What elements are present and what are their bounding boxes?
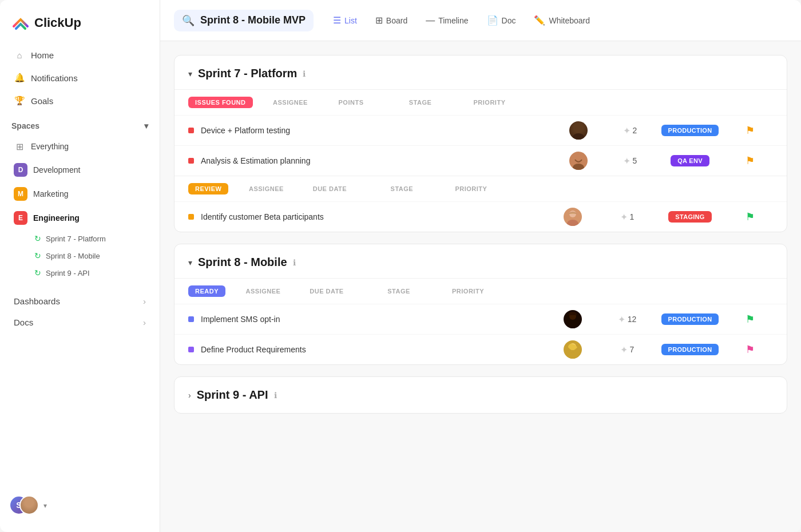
duedate-value2: 12	[628, 315, 637, 324]
sprint9-icon: ↻	[34, 268, 41, 277]
board-icon: ⊞	[375, 15, 383, 26]
task-priority: ⚑	[727, 313, 773, 325]
sprint7-icon: ↻	[34, 234, 41, 243]
chevron-right-icon: ›	[143, 296, 146, 306]
task-points: ✦ 5	[607, 156, 653, 166]
avatar	[569, 152, 588, 170]
sprint8-collapse-button[interactable]: ▾	[188, 258, 192, 267]
table-row[interactable]: Device + Platform testing ✦ 2 PRODUCTION	[175, 115, 787, 145]
stage-badge: PRODUCTION	[661, 313, 719, 325]
avatar	[569, 121, 588, 140]
sprint7-header: ▾ Sprint 7 - Platform ℹ	[175, 55, 787, 89]
tab-doc[interactable]: 📄 Doc	[479, 10, 524, 30]
stage-badge: PRODUCTION	[661, 125, 719, 136]
chevron-down-icon: ▾	[144, 121, 148, 130]
sidebar-item-notifications[interactable]: 🔔 Notifications	[7, 66, 153, 89]
table-row[interactable]: Analysis & Estimation planning ✦ 5 QA EN…	[175, 145, 787, 176]
task-stage: PRODUCTION	[653, 313, 727, 325]
bell-icon: 🔔	[14, 72, 25, 84]
col-stage-header: STAGE	[383, 99, 458, 106]
svg-point-7	[567, 322, 578, 328]
points-value: 2	[633, 126, 637, 135]
everything-icon: ⊞	[14, 141, 25, 152]
tab-list[interactable]: ☰ List	[325, 10, 365, 30]
topbar: 🔍 Sprint 8 - Mobile MVP ☰ List ⊞ Board —…	[160, 0, 801, 41]
sidebar-sprint8[interactable]: ↻ Sprint 8 - Mobile	[7, 248, 153, 264]
col-duedate-header: DUE DATE	[304, 185, 355, 192]
avatar	[564, 208, 582, 226]
sprint9-expand-button[interactable]: ›	[188, 391, 191, 400]
sidebar-sprint7[interactable]: ↻ Sprint 7 - Platform	[7, 231, 153, 247]
user-avatars: S	[9, 495, 39, 516]
sidebar-item-docs[interactable]: Docs ›	[7, 312, 153, 333]
duedate-value: 1	[630, 212, 635, 221]
col-priority-header2: PRIORITY	[448, 185, 494, 192]
task-dot	[188, 158, 194, 164]
tab-board[interactable]: ⊞ Board	[367, 10, 415, 30]
avatar	[564, 340, 582, 359]
sidebar-item-goals[interactable]: 🏆 Goals	[7, 89, 153, 112]
stage-badge: QA ENV	[671, 155, 709, 166]
sidebar-item-goals-label: Goals	[31, 96, 53, 106]
stage-badge: PRODUCTION	[661, 344, 719, 355]
table-row[interactable]: Identify customer Beta participants ✦ 1 …	[175, 201, 787, 232]
sprint7-collapse-button[interactable]: ▾	[188, 69, 192, 78]
sidebar-item-marketing[interactable]: M Marketing	[7, 182, 153, 205]
logo[interactable]: ClickUp	[0, 9, 160, 43]
col-stage-header2: STAGE	[364, 185, 439, 192]
sidebar-item-engineering[interactable]: E Engineering	[7, 207, 153, 229]
sprint9-card: › Sprint 9 - API ℹ	[174, 376, 787, 414]
task-name: Identify customer Beta participants	[201, 212, 544, 221]
sprint9-title: Sprint 9 - API	[197, 388, 268, 402]
sprint7-issues-header: ISSUES FOUND ASSIGNEE POINTS STAGE PRIOR…	[175, 90, 787, 115]
spaces-section: Spaces ▾	[0, 112, 160, 135]
sidebar: ClickUp ⌂ Home 🔔 Notifications 🏆 Goals S…	[0, 0, 160, 532]
sidebar-sprint8-label: Sprint 8 - Mobile	[46, 252, 100, 260]
svg-point-0	[575, 125, 582, 132]
task-assignee	[544, 310, 601, 328]
search-icon: 🔍	[182, 14, 195, 27]
col-stage-header3: STAGE	[362, 288, 436, 295]
sidebar-item-everything[interactable]: ⊞ Everything	[7, 136, 153, 157]
sidebar-sprint9[interactable]: ↻ Sprint 9 - API	[7, 265, 153, 281]
task-points: ✦ 2	[607, 125, 653, 136]
avatar-2	[19, 495, 39, 515]
issues-found-label: ISSUES FOUND	[188, 97, 253, 108]
tab-whiteboard[interactable]: ✏️ Whiteboard	[526, 10, 598, 30]
chevron-right-docs-icon: ›	[143, 317, 146, 327]
sidebar-item-development[interactable]: D Development	[7, 158, 153, 181]
task-name: Device + Platform testing	[201, 126, 550, 135]
sidebar-sprint9-label: Sprint 9 - API	[46, 269, 90, 277]
svg-point-3	[573, 164, 584, 170]
col-assignee-header: ASSIGNEE	[262, 99, 319, 106]
topbar-title-area[interactable]: 🔍 Sprint 8 - Mobile MVP	[174, 10, 314, 31]
priority-flag-icon: ⚑	[746, 154, 755, 167]
tab-board-label: Board	[386, 16, 407, 25]
tab-doc-label: Doc	[502, 16, 516, 25]
tab-timeline[interactable]: — Timeline	[418, 11, 476, 30]
task-assignee	[544, 340, 601, 359]
points-icon: ✦	[623, 156, 631, 166]
task-name: Define Product Requirements	[201, 345, 544, 354]
doc-icon: 📄	[487, 15, 498, 26]
home-icon: ⌂	[14, 49, 25, 61]
task-assignee	[544, 208, 601, 226]
table-row[interactable]: Define Product Requirements ✦ 7 PRODUCTI…	[175, 334, 787, 364]
sidebar-item-home[interactable]: ⌂ Home	[7, 43, 153, 66]
spaces-header[interactable]: Spaces ▾	[11, 121, 148, 130]
sidebar-item-marketing-label: Marketing	[33, 189, 68, 198]
sprint7-info-icon[interactable]: ℹ	[303, 69, 306, 78]
task-assignee	[550, 152, 607, 170]
trophy-icon: 🏆	[14, 95, 25, 106]
sprint9-info-icon[interactable]: ℹ	[274, 391, 277, 400]
task-stage: PRODUCTION	[653, 344, 727, 355]
col-priority-header: PRIORITY	[467, 99, 513, 106]
spaces-label: Spaces	[11, 121, 39, 130]
sprint8-ready-group: READY ASSIGNEE DUE DATE STAGE PRIORITY I…	[175, 278, 787, 364]
sprint8-info-icon[interactable]: ℹ	[293, 258, 296, 267]
user-profile[interactable]: S ▾	[0, 489, 160, 523]
sprint8-header: ▾ Sprint 8 - Mobile ℹ	[175, 244, 787, 278]
priority-flag-icon: ⚑	[746, 343, 755, 356]
table-row[interactable]: Implement SMS opt-in ✦ 12 PRODUCTION	[175, 304, 787, 334]
sidebar-item-dashboards[interactable]: Dashboards ›	[7, 291, 153, 312]
